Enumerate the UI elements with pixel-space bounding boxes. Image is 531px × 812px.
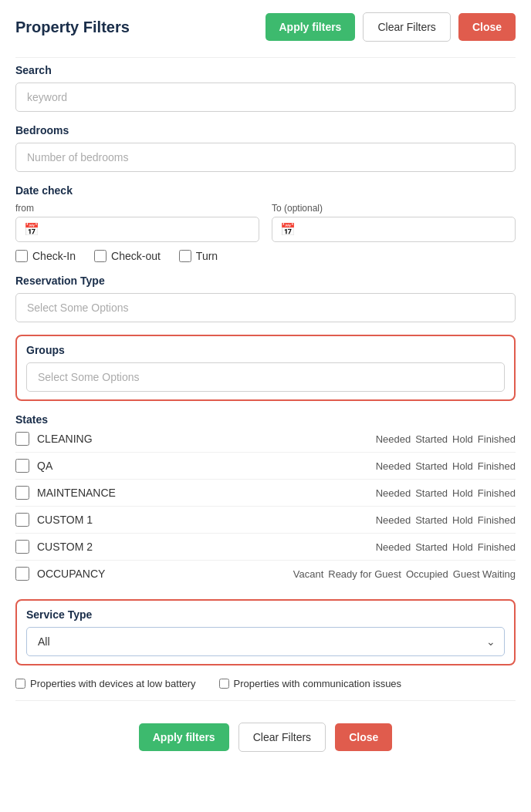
state-row: CLEANINGNeededStartedHoldFinished — [15, 426, 516, 453]
state-tag: Hold — [452, 433, 473, 445]
checkin-checkbox[interactable] — [15, 250, 28, 262]
state-tag: Hold — [452, 460, 473, 472]
date-checkboxes-row: Check-In Check-out Turn — [15, 250, 516, 262]
clear-filters-button-top[interactable]: Clear Filters — [363, 12, 450, 42]
state-tags-2: NeededStartedHoldFinished — [376, 487, 516, 499]
state-name-5: OCCUPANCY — [37, 568, 293, 580]
close-button-bottom[interactable]: Close — [335, 723, 392, 751]
state-tag: Finished — [478, 433, 516, 445]
search-label: Search — [15, 64, 516, 76]
comm-issues-item[interactable]: Properties with communication issues — [219, 678, 401, 689]
state-tags-0: NeededStartedHoldFinished — [376, 433, 516, 445]
apply-filters-button-top[interactable]: Apply filters — [266, 13, 356, 41]
state-tag: Hold — [452, 541, 473, 553]
state-name-3: CUSTOM 1 — [37, 514, 376, 526]
states-label: States — [15, 413, 516, 426]
state-checkbox-5[interactable] — [15, 567, 29, 581]
calendar-to-icon: 📅 — [280, 222, 296, 237]
footer-divider — [15, 700, 516, 701]
state-row: CUSTOM 2NeededStartedHoldFinished — [15, 534, 516, 561]
state-row: CUSTOM 1NeededStartedHoldFinished — [15, 507, 516, 534]
date-to-label: To (optional) — [272, 203, 516, 214]
low-battery-item[interactable]: Properties with devices at low battery — [15, 678, 196, 689]
service-type-select[interactable]: AllCleaningMaintenanceQACustom 1Custom 2 — [26, 627, 505, 656]
date-from-wrapper: 📅 — [15, 217, 259, 242]
groups-highlighted-section: Groups Select Some Options — [15, 335, 516, 401]
checkin-label: Check-In — [32, 250, 76, 262]
state-name-2: MAINTENANCE — [37, 487, 376, 499]
turn-checkbox-item[interactable]: Turn — [179, 250, 218, 262]
low-battery-label: Properties with devices at low battery — [30, 678, 196, 689]
comm-issues-label: Properties with communication issues — [234, 678, 401, 689]
state-tag: Needed — [376, 487, 411, 499]
checkin-checkbox-item[interactable]: Check-In — [15, 250, 76, 262]
state-tags-1: NeededStartedHoldFinished — [376, 460, 516, 472]
state-tag: Started — [415, 433, 448, 445]
page-title: Property Filters — [15, 19, 258, 36]
state-tags-3: NeededStartedHoldFinished — [376, 514, 516, 526]
state-tag: Guest Waiting — [453, 568, 516, 580]
search-input[interactable] — [15, 83, 516, 112]
state-name-0: CLEANING — [37, 433, 376, 445]
state-name-1: QA — [37, 460, 376, 472]
state-tag: Hold — [452, 487, 473, 499]
comm-issues-checkbox[interactable] — [219, 679, 229, 689]
state-name-4: CUSTOM 2 — [37, 541, 376, 553]
bedrooms-label: Bedrooms — [15, 124, 516, 136]
groups-label: Groups — [26, 344, 505, 356]
date-to-group: To (optional) 📅 — [272, 203, 516, 242]
service-type-highlighted-section: Service Type AllCleaningMaintenanceQACus… — [15, 599, 516, 665]
state-tag: Started — [415, 541, 448, 553]
state-tag: Started — [415, 514, 448, 526]
state-checkbox-4[interactable] — [15, 540, 29, 554]
date-check-label: Date check — [15, 184, 516, 197]
state-checkbox-2[interactable] — [15, 486, 29, 500]
state-tag: Finished — [478, 487, 516, 499]
bedrooms-input[interactable] — [15, 143, 516, 172]
date-to-wrapper: 📅 — [272, 217, 516, 242]
bedrooms-section: Bedrooms — [15, 124, 516, 172]
state-row: QANeededStartedHoldFinished — [15, 453, 516, 480]
state-row: OCCUPANCYVacantReady for GuestOccupiedGu… — [15, 561, 516, 587]
state-checkbox-0[interactable] — [15, 432, 29, 446]
close-button-top[interactable]: Close — [458, 13, 516, 41]
state-tag: Ready for Guest — [328, 568, 401, 580]
device-filters-row: Properties with devices at low battery P… — [15, 678, 516, 689]
reservation-type-select[interactable]: Select Some Options — [15, 293, 516, 322]
footer-buttons: Apply filters Clear Filters Close — [15, 707, 516, 760]
state-tag: Started — [415, 460, 448, 472]
state-tag: Needed — [376, 541, 411, 553]
state-tag: Hold — [452, 514, 473, 526]
date-to-input[interactable] — [302, 224, 507, 236]
apply-filters-button-bottom[interactable]: Apply filters — [139, 723, 229, 751]
state-tag: Needed — [376, 460, 411, 472]
header: Property Filters Apply filters Clear Fil… — [15, 12, 516, 42]
state-tag: Needed — [376, 433, 411, 445]
header-divider — [15, 57, 516, 58]
turn-checkbox[interactable] — [179, 250, 191, 262]
state-checkbox-1[interactable] — [15, 459, 29, 473]
service-type-select-wrapper: AllCleaningMaintenanceQACustom 1Custom 2… — [26, 627, 505, 656]
checkout-label: Check-out — [111, 250, 161, 262]
turn-label: Turn — [196, 250, 218, 262]
groups-select[interactable]: Select Some Options — [26, 362, 505, 392]
clear-filters-button-bottom[interactable]: Clear Filters — [238, 723, 326, 752]
checkout-checkbox-item[interactable]: Check-out — [94, 250, 161, 262]
state-checkbox-3[interactable] — [15, 513, 29, 527]
states-section: States CLEANINGNeededStartedHoldFinished… — [15, 413, 516, 587]
reservation-type-label: Reservation Type — [15, 275, 516, 287]
low-battery-checkbox[interactable] — [15, 679, 25, 689]
calendar-from-icon: 📅 — [24, 222, 39, 237]
reservation-type-section: Reservation Type Select Some Options — [15, 275, 516, 322]
state-tag: Needed — [376, 514, 411, 526]
state-tag: Finished — [478, 541, 516, 553]
state-tag: Vacant — [293, 568, 324, 580]
date-from-input[interactable] — [46, 224, 251, 236]
state-tag: Occupied — [406, 568, 448, 580]
date-from-group: from 📅 — [15, 203, 259, 242]
checkout-checkbox[interactable] — [94, 250, 107, 262]
states-rows: CLEANINGNeededStartedHoldFinishedQANeede… — [15, 426, 516, 587]
state-tag: Started — [415, 487, 448, 499]
date-check-section: Date check from 📅 To (optional) 📅 Che — [15, 184, 516, 262]
state-row: MAINTENANCENeededStartedHoldFinished — [15, 480, 516, 507]
